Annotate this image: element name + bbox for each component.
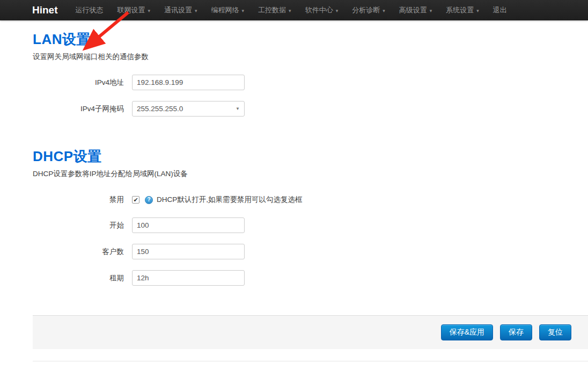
ipv4-netmask-label: IPv4子网掩码 <box>33 104 132 114</box>
chevron-down-icon: ▾ <box>476 9 479 13</box>
dhcp-clients-label: 客户数 <box>33 247 132 257</box>
dhcp-clients-input[interactable] <box>132 244 245 259</box>
nav-item-analysis-diagnosis[interactable]: 分析诊断▾ <box>345 0 392 20</box>
dhcp-lease-label: 租期 <box>33 273 132 283</box>
dhcp-lease-row: 租期 <box>33 270 588 286</box>
top-navbar: Hinet 运行状态 联网设置▾ 通讯设置▾ 编程网络▾ 工控数据▾ 软件中心▾… <box>0 0 588 20</box>
chevron-down-icon: ▾ <box>430 9 432 13</box>
ipv4-address-label: IPv4地址 <box>33 78 132 88</box>
dhcp-start-label: 开始 <box>33 221 132 230</box>
nav-item-advanced-settings[interactable]: 高级设置▾ <box>392 0 439 20</box>
lan-form: IPv4地址 IPv4子网掩码 255.255.255.0 ▼ <box>33 75 588 117</box>
action-bar: 保存&应用 保存 复位 <box>33 315 588 349</box>
dhcp-disable-label: 禁用 <box>33 195 132 205</box>
dhcp-section-title: DHCP设置 <box>33 147 588 166</box>
ipv4-address-row: IPv4地址 <box>33 75 588 90</box>
page-footer: Industrial intelligent communication gat… <box>33 361 588 370</box>
lan-section-title: LAN设置 <box>33 30 588 49</box>
chevron-down-icon: ▾ <box>195 9 197 13</box>
dhcp-disable-checkbox[interactable]: ✔ <box>132 196 139 204</box>
nav-item-communication-settings[interactable]: 通讯设置▾ <box>157 0 204 20</box>
nav-item-programming-network[interactable]: 编程网络▾ <box>204 0 252 20</box>
dhcp-start-input[interactable] <box>132 217 245 233</box>
lan-section-subtitle: 设置网关局域网端口相关的通信参数 <box>33 52 588 62</box>
nav-item-running-status[interactable]: 运行状态 <box>69 0 111 20</box>
dhcp-disable-row: 禁用 ✔ ? DHCP默认打开,如果需要禁用可以勾选复选框 <box>33 195 588 205</box>
chevron-down-icon: ▾ <box>289 9 291 13</box>
dhcp-clients-row: 客户数 <box>33 244 588 259</box>
nav-item-network-settings[interactable]: 联网设置▾ <box>111 0 158 20</box>
nav-item-logout[interactable]: 退出 <box>486 0 514 20</box>
ipv4-netmask-select[interactable]: 255.255.255.0 ▼ <box>132 101 245 117</box>
chevron-down-icon: ▾ <box>336 9 339 13</box>
nav-item-system-settings[interactable]: 系统设置▾ <box>439 0 486 20</box>
main-content: LAN设置 设置网关局域网端口相关的通信参数 IPv4地址 IPv4子网掩码 2… <box>0 30 588 286</box>
help-icon: ? <box>145 196 153 204</box>
ipv4-netmask-row: IPv4子网掩码 255.255.255.0 ▼ <box>33 101 588 117</box>
save-apply-button[interactable]: 保存&应用 <box>441 324 493 340</box>
save-button[interactable]: 保存 <box>500 324 532 340</box>
dhcp-lease-input[interactable] <box>132 270 245 286</box>
dhcp-form: 禁用 ✔ ? DHCP默认打开,如果需要禁用可以勾选复选框 开始 客户数 租期 <box>33 195 588 286</box>
chevron-down-icon: ▾ <box>242 9 245 13</box>
chevron-down-icon: ▾ <box>383 9 385 13</box>
nav-item-industrial-data[interactable]: 工控数据▾ <box>251 0 298 20</box>
nav-menu: 运行状态 联网设置▾ 通讯设置▾ 编程网络▾ 工控数据▾ 软件中心▾ 分析诊断▾… <box>69 0 514 20</box>
dhcp-start-row: 开始 <box>33 217 588 233</box>
ipv4-address-input[interactable] <box>132 75 245 90</box>
select-dropdown-arrow-icon: ▼ <box>236 106 240 111</box>
brand-logo[interactable]: Hinet <box>0 4 69 16</box>
nav-item-software-center[interactable]: 软件中心▾ <box>298 0 346 20</box>
ipv4-netmask-selected-value: 255.255.255.0 <box>137 105 183 113</box>
dhcp-disable-hint: DHCP默认打开,如果需要禁用可以勾选复选框 <box>157 195 303 205</box>
dhcp-section-subtitle: DHCP设置参数将IP地址分配给局域网(LAN)设备 <box>33 169 588 179</box>
chevron-down-icon: ▾ <box>148 9 151 13</box>
reset-button[interactable]: 复位 <box>539 324 571 340</box>
